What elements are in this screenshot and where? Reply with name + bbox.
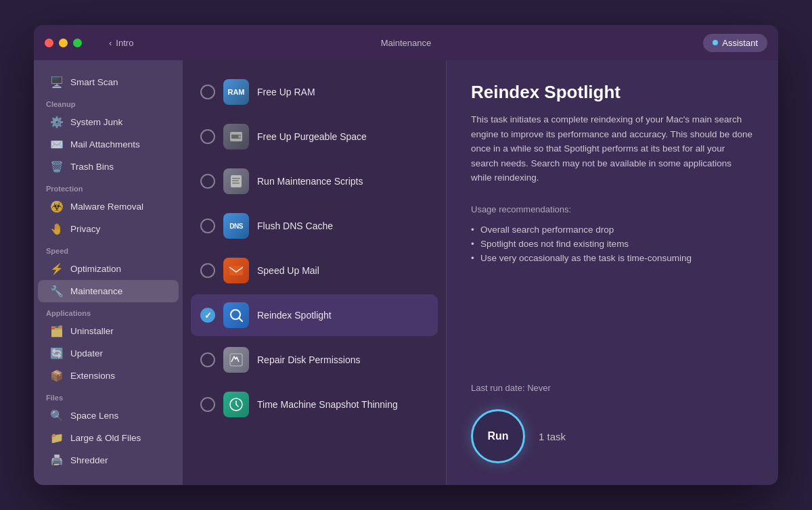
svg-rect-6 [232, 183, 240, 184]
maintenance-icon: 🔧 [50, 285, 64, 298]
smart-scan-icon: 🖥️ [50, 76, 64, 89]
task-radio-time-machine[interactable] [200, 397, 215, 412]
sidebar-label-smart-scan: Smart Scan [70, 77, 118, 87]
sidebar-item-system-junk[interactable]: ⚙️ System Junk [38, 111, 179, 133]
task-item-flush-dns[interactable]: DNS Flush DNS Cache [191, 205, 438, 247]
task-label-free-up-purgeable: Free Up Purgeable Space [257, 131, 367, 142]
run-button[interactable]: Run [471, 409, 525, 463]
sidebar-section-speed: Speed [34, 240, 183, 258]
back-label[interactable]: Intro [116, 38, 133, 48]
task-icon-reindex-spotlight [223, 302, 249, 328]
task-item-time-machine[interactable]: Time Machine Snapshot Thinning [191, 384, 438, 425]
updater-icon: 🔄 [50, 347, 64, 360]
sidebar-label-mail-attachments: Mail Attachments [70, 139, 140, 149]
sidebar-label-shredder: Shredder [70, 455, 108, 465]
detail-panel: Reindex Spotlight This task initiates a … [447, 60, 778, 485]
usage-label: Usage recommendations: [471, 204, 754, 214]
last-run-label: Last run date: [471, 383, 525, 393]
task-item-free-up-purgeable[interactable]: Free Up Purgeable Space [191, 116, 438, 158]
sidebar-section-protection: Protection [34, 178, 183, 195]
space-lens-icon: 🔍 [50, 409, 64, 422]
title-bar: ‹ Intro Maintenance Assistant [34, 25, 778, 60]
shredder-icon: 🖨️ [50, 454, 64, 467]
uninstaller-icon: 🗂️ [50, 325, 64, 338]
sidebar-item-updater[interactable]: 🔄 Updater [38, 342, 179, 365]
task-list-panel: RAM Free Up RAM Free Up Purgeable Space [183, 60, 447, 485]
task-icon-repair-disk [223, 347, 249, 373]
task-icon-flush-dns: DNS [223, 213, 249, 239]
run-area: Run 1 task [471, 409, 754, 463]
task-label-run-maintenance: Run Maintenance Scripts [257, 176, 363, 187]
task-radio-reindex-spotlight[interactable] [200, 308, 215, 323]
privacy-icon: 🤚 [50, 223, 64, 235]
sidebar-item-large-old-files[interactable]: 📁 Large & Old Files [38, 427, 179, 449]
system-junk-icon: ⚙️ [50, 116, 64, 129]
detail-title: Reindex Spotlight [471, 82, 754, 103]
svg-rect-5 [232, 181, 239, 182]
sidebar-label-optimization: Optimization [70, 264, 121, 274]
sidebar-label-extensions: Extensions [70, 371, 115, 381]
sidebar-item-uninstaller[interactable]: 🗂️ Uninstaller [38, 320, 179, 342]
task-radio-repair-disk[interactable] [200, 352, 215, 367]
sidebar-item-optimization[interactable]: ⚡ Optimization [38, 258, 179, 280]
task-radio-run-maintenance[interactable] [200, 174, 215, 189]
sidebar-item-space-lens[interactable]: 🔍 Space Lens [38, 404, 179, 427]
sidebar-item-maintenance[interactable]: 🔧 Maintenance [38, 280, 179, 302]
traffic-lights [45, 39, 82, 47]
task-radio-flush-dns[interactable] [200, 218, 215, 233]
sidebar-label-large-old-files: Large & Old Files [70, 433, 141, 443]
task-icon-run-maintenance [223, 168, 249, 194]
task-item-free-up-ram[interactable]: RAM Free Up RAM [191, 71, 438, 113]
extensions-icon: 📦 [50, 369, 64, 382]
task-radio-speed-up-mail[interactable] [200, 263, 215, 278]
sidebar-section-cleanup: Cleanup [34, 93, 183, 111]
assistant-label: Assistant [722, 38, 758, 48]
assistant-button[interactable]: Assistant [703, 34, 767, 52]
usage-item-2: Spotlight does not find existing items [471, 237, 754, 251]
sidebar: 🖥️ Smart Scan Cleanup ⚙️ System Junk ✉️ … [34, 60, 183, 485]
back-nav[interactable]: ‹ Intro [109, 38, 133, 48]
sidebar-item-malware-removal[interactable]: ☣️ Malware Removal [38, 195, 179, 218]
task-icon-free-up-purgeable [223, 124, 249, 149]
task-icon-time-machine [223, 392, 249, 417]
svg-line-9 [239, 318, 242, 321]
sidebar-section-files: Files [34, 387, 183, 404]
sidebar-label-privacy: Privacy [70, 224, 100, 234]
task-item-run-maintenance[interactable]: Run Maintenance Scripts [191, 160, 438, 202]
last-run-value: Never [527, 383, 551, 393]
task-item-reindex-spotlight[interactable]: Reindex Spotlight [191, 294, 438, 336]
sidebar-item-smart-scan[interactable]: 🖥️ Smart Scan [38, 71, 179, 93]
task-item-speed-up-mail[interactable]: Speed Up Mail [191, 250, 438, 292]
task-radio-free-up-ram[interactable] [200, 85, 215, 99]
minimize-button[interactable] [59, 39, 68, 47]
svg-rect-4 [232, 178, 240, 179]
sidebar-label-malware-removal: Malware Removal [70, 202, 143, 212]
sidebar-item-shredder[interactable]: 🖨️ Shredder [38, 449, 179, 471]
sidebar-section-applications: Applications [34, 302, 183, 320]
sidebar-label-system-junk: System Junk [70, 117, 122, 127]
sidebar-item-trash-bins[interactable]: 🗑️ Trash Bins [38, 156, 179, 178]
back-chevron-icon: ‹ [109, 38, 112, 48]
mail-attachments-icon: ✉️ [50, 138, 64, 151]
close-button[interactable] [45, 39, 53, 47]
sidebar-label-maintenance: Maintenance [70, 286, 122, 296]
sidebar-item-privacy[interactable]: 🤚 Privacy [38, 218, 179, 240]
svg-rect-7 [229, 266, 243, 275]
task-icon-free-up-ram: RAM [223, 79, 249, 105]
main-content: 🖥️ Smart Scan Cleanup ⚙️ System Junk ✉️ … [34, 60, 778, 485]
sidebar-item-mail-attachments[interactable]: ✉️ Mail Attachments [38, 133, 179, 156]
task-item-repair-disk[interactable]: Repair Disk Permissions [191, 339, 438, 381]
task-icon-speed-up-mail [223, 258, 249, 283]
task-label-reindex-spotlight: Reindex Spotlight [257, 310, 332, 321]
sidebar-label-trash-bins: Trash Bins [70, 162, 114, 172]
task-label-repair-disk: Repair Disk Permissions [257, 354, 360, 365]
sidebar-item-extensions[interactable]: 📦 Extensions [38, 365, 179, 387]
usage-item-3: Use very occasionally as the task is tim… [471, 251, 754, 265]
svg-point-2 [238, 135, 241, 138]
task-radio-free-up-purgeable[interactable] [200, 129, 215, 144]
last-run-info: Last run date: Never [471, 369, 754, 393]
maximize-button[interactable] [73, 39, 82, 47]
optimization-icon: ⚡ [50, 262, 64, 275]
detail-description: This task initiates a complete reindexin… [471, 112, 754, 185]
large-old-files-icon: 📁 [50, 432, 64, 444]
